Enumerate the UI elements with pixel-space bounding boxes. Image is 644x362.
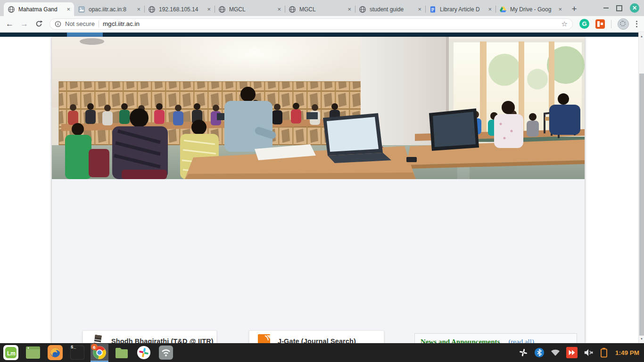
folder-icon	[115, 347, 129, 358]
tab-mahatma-gandhi[interactable]: Mahatma Gand ×	[4, 2, 74, 16]
tab-opac[interactable]: opac.iitr.ac.in:8 ×	[74, 2, 144, 16]
tab-title: opac.iitr.ac.in:8	[89, 6, 133, 13]
slack-tray-icon[interactable]	[518, 347, 528, 358]
close-window-button[interactable]: ✕	[630, 3, 639, 13]
window-controls: ✕	[603, 0, 639, 16]
files-launcher[interactable]	[113, 344, 131, 362]
security-label: Not secure	[65, 20, 95, 27]
tab-title: student guide	[370, 6, 414, 13]
back-button[interactable]: ←	[6, 20, 14, 28]
tab-ip-address[interactable]: 192.168.105.14 ×	[144, 2, 215, 16]
google-drive-favicon-icon	[499, 6, 507, 13]
show-desktop-button[interactable]	[24, 344, 42, 362]
chrome-window-count-badge: 6	[91, 344, 98, 350]
globe-favicon-icon	[289, 6, 296, 13]
tab-title: Mahatma Gand	[18, 6, 63, 13]
site-nav-active-item[interactable]	[67, 33, 103, 37]
tab-title: MGCL	[229, 6, 274, 13]
google-docs-favicon-icon	[429, 6, 437, 13]
page-viewport: Shodh Bhagirathi (T&D @ IITR) Bhagirathi…	[0, 32, 644, 343]
sync-tray-icon[interactable]	[566, 347, 578, 358]
scrollbar-up-arrow[interactable]: ▲	[639, 35, 644, 38]
terminal-prompt-text: $_	[71, 345, 76, 350]
url-text[interactable]: mgcl.iitr.ac.in	[103, 20, 558, 27]
svg-text:Lm: Lm	[7, 350, 16, 357]
tab-student-guide[interactable]: student guide ×	[355, 2, 425, 16]
bluetooth-icon[interactable]	[534, 347, 545, 358]
system-tray: 1:49 PM	[518, 347, 642, 358]
taskbar-left: Lm $_ 6	[2, 344, 175, 362]
globe-favicon-icon	[359, 6, 366, 13]
tab-library-article[interactable]: Library Article D ×	[425, 2, 495, 16]
mint-menu-button[interactable]: Lm	[2, 344, 20, 362]
minimize-button[interactable]	[603, 8, 609, 8]
tab-title: Library Article D	[440, 6, 485, 13]
divider	[99, 20, 99, 27]
volume-muted-icon[interactable]	[583, 347, 594, 358]
tab-title: 192.168.105.14	[159, 6, 204, 13]
tab-close-icon[interactable]: ×	[347, 6, 351, 12]
slack-icon	[137, 346, 151, 360]
tab-mgcl-1[interactable]: MGCL ×	[215, 2, 285, 16]
new-tab-button[interactable]: +	[568, 2, 581, 16]
battery-icon[interactable]	[600, 347, 608, 358]
globe-favicon-icon	[148, 6, 156, 13]
grammarly-extension-icon[interactable]: G	[579, 19, 589, 29]
tab-title: My Drive - Goog	[510, 6, 555, 13]
desktop-window-icon	[26, 346, 40, 359]
mint-logo-icon: Lm	[3, 345, 18, 360]
bookmark-star-icon[interactable]: ☆	[561, 20, 568, 28]
info-icon[interactable]	[55, 21, 61, 27]
chrome-launcher-active[interactable]: 6	[91, 344, 108, 362]
site-container: Shodh Bhagirathi (T&D @ IITR) Bhagirathi…	[52, 37, 585, 343]
scrollbar-thumb[interactable]	[639, 74, 644, 336]
tab-close-icon[interactable]: ×	[137, 6, 140, 12]
forward-button[interactable]: →	[20, 20, 28, 28]
browser-toolbar: ← → Not secure mgcl.iitr.ac.in ☆ G	[0, 16, 644, 32]
clock[interactable]: 1:49 PM	[615, 349, 639, 356]
extension-icon[interactable]	[595, 19, 605, 29]
globe-favicon-icon	[218, 6, 226, 13]
wifi-tray-icon[interactable]	[550, 348, 561, 357]
library-hero-photo	[52, 37, 585, 179]
firefox-launcher[interactable]	[46, 344, 64, 362]
tab-close-icon[interactable]: ×	[488, 6, 492, 12]
image-favicon-icon	[78, 6, 85, 13]
tabs: Mahatma Gand × opac.iitr.ac.in:8 × 192.1…	[0, 0, 566, 16]
wifi-app-icon	[159, 346, 173, 360]
network-tool-launcher[interactable]	[157, 344, 175, 362]
content-section: Shodh Bhagirathi (T&D @ IITR) Bhagirathi…	[52, 179, 585, 343]
screen: Mahatma Gand × opac.iitr.ac.in:8 × 192.1…	[0, 0, 644, 362]
tab-title: MGCL	[299, 6, 344, 13]
tab-close-icon[interactable]: ×	[66, 6, 70, 12]
browser-menu-icon[interactable]	[635, 20, 638, 28]
address-bar[interactable]: Not secure mgcl.iitr.ac.in ☆	[50, 18, 573, 30]
site-nav-strip	[0, 33, 638, 37]
page-scrollbar[interactable]: ▲ ▼	[638, 32, 644, 343]
tab-my-drive[interactable]: My Drive - Goog ×	[495, 2, 566, 16]
firefox-icon	[48, 345, 63, 360]
scrollbar-down-arrow[interactable]: ▼	[639, 337, 644, 340]
terminal-launcher[interactable]: $_	[68, 344, 86, 362]
reload-button[interactable]	[35, 20, 43, 28]
tab-close-icon[interactable]: ×	[277, 6, 281, 12]
tab-close-icon[interactable]: ×	[558, 6, 562, 12]
restore-button[interactable]	[616, 5, 622, 11]
browser-tab-strip: Mahatma Gand × opac.iitr.ac.in:8 × 192.1…	[0, 0, 644, 16]
taskbar: Lm $_ 6	[0, 343, 644, 362]
profile-avatar[interactable]	[618, 18, 629, 30]
extensions-row: G	[579, 18, 638, 30]
globe-favicon-icon	[8, 6, 15, 13]
tab-close-icon[interactable]: ×	[418, 6, 421, 12]
slack-launcher[interactable]	[135, 344, 153, 362]
divider	[611, 20, 611, 28]
tab-mgcl-2[interactable]: MGCL ×	[285, 2, 355, 16]
library-photo-illustration	[52, 37, 585, 179]
tab-close-icon[interactable]: ×	[207, 6, 211, 12]
